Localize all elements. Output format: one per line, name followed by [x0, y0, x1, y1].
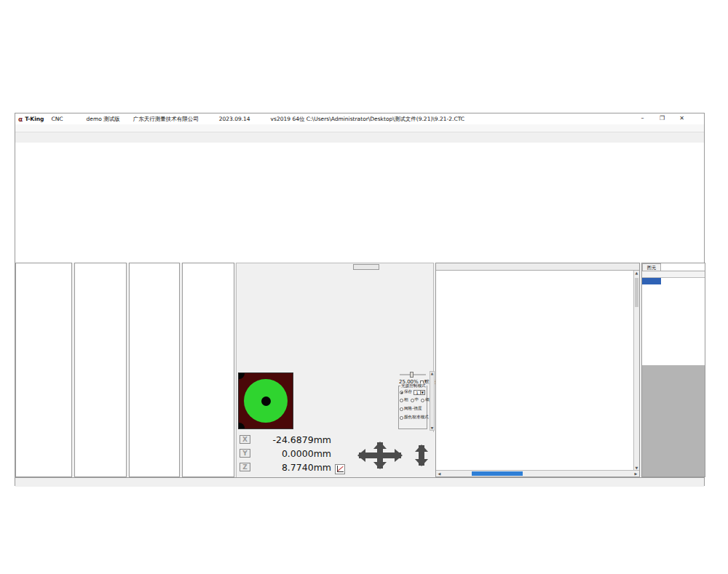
ring-corner-dot — [238, 423, 245, 429]
x-axis-icon: X — [240, 435, 250, 444]
title-bar: α T-King CNC demo 测试版 广东天行测量技术有限公司 2023.… — [15, 113, 704, 124]
x-axis-value: -24.6879mm — [255, 434, 331, 445]
light-control-panel: 25.00% 默认当前模式 光源控制模式 保存 1 ▼ — [237, 371, 435, 431]
save-radio-label: 保存 — [404, 389, 412, 395]
scroll-right-icon[interactable]: ▶ — [633, 471, 639, 476]
mid-label: 中 — [415, 397, 419, 403]
element-list-2[interactable] — [74, 263, 127, 477]
ring-light-control[interactable] — [238, 372, 293, 429]
y-axis-icon: Y — [240, 449, 250, 458]
light-sliders — [308, 372, 397, 429]
table-hscroll-thumb[interactable] — [472, 471, 523, 476]
scroll-up-icon[interactable]: ▲ — [430, 372, 434, 375]
save-slot-combo[interactable]: 1 ▼ — [414, 390, 425, 395]
measurement-table[interactable] — [436, 271, 639, 470]
combo-dropdown-icon[interactable]: ▼ — [420, 391, 424, 394]
light-mode-group-label: 光源控制模式 — [400, 383, 427, 389]
edition-label: demo 测试版 — [87, 116, 120, 123]
chart-button[interactable] — [335, 464, 345, 474]
master-brightness-slider[interactable] — [400, 374, 426, 375]
grid-intensity-label: 网格-强度 — [404, 406, 422, 412]
palette-collapse-button[interactable] — [353, 264, 379, 270]
tool-row-3 — [240, 354, 432, 367]
jog-controls — [352, 438, 432, 473]
status-bar — [15, 477, 704, 487]
detail-panel-empty-area — [642, 365, 705, 477]
tool-row-1 — [240, 282, 432, 295]
jog-xy-vertical-arrows[interactable] — [377, 442, 383, 469]
table-vertical-scrollbar[interactable]: ▲ ▼ — [633, 271, 639, 470]
ring-light-center — [261, 396, 271, 406]
color-cal-label: 颜色校准模式 — [404, 415, 429, 420]
measurement-record-panel: ▲ ▼ ◀ ▶ — [435, 263, 640, 477]
light-mode-group: 光源控制模式 保存 1 ▼ 粗 — [398, 386, 427, 429]
ring-corner-dot — [238, 372, 245, 379]
table-vscroll-thumb[interactable] — [635, 278, 638, 307]
main-toolbar — [15, 132, 704, 143]
color-cal-radio[interactable] — [400, 416, 403, 420]
app-window: α T-King CNC demo 测试版 广东天行测量技术有限公司 2023.… — [15, 113, 705, 486]
element-detail-panel: 图元 — [641, 263, 705, 477]
coarse-label: 粗 — [404, 397, 408, 403]
dro-readout: X -24.6879mm Y 0.0000mm Z 8.7740mm — [237, 432, 435, 477]
save-radio[interactable] — [400, 391, 403, 394]
tool-row-2 — [240, 319, 432, 332]
app-name: T-King — [25, 116, 44, 122]
light-settings-panel: 25.00% 默认当前模式 光源控制模式 保存 1 ▼ — [398, 371, 435, 431]
detail-table-header — [642, 271, 705, 278]
company-label: 广东天行测量技术有限公司 — [133, 116, 199, 123]
fine-label: 细 — [425, 397, 430, 403]
minimize-button[interactable]: – — [636, 113, 649, 123]
scroll-left-icon[interactable]: ◀ — [436, 471, 443, 476]
fine-radio[interactable] — [421, 399, 424, 402]
maximize-button[interactable]: ❐ — [656, 113, 668, 123]
module-name: CNC — [51, 116, 63, 122]
work-area: 25.00% 默认当前模式 光源控制模式 保存 1 ▼ — [15, 263, 704, 477]
scroll-down-icon[interactable]: ▼ — [430, 426, 434, 430]
save-slot-value: 1 — [414, 391, 420, 394]
window-controls: – ❐ ✕ — [636, 113, 695, 123]
light-panel-scrollbar[interactable]: ▲ ▼ — [430, 371, 435, 431]
date-label: 2023.09.14 — [219, 116, 250, 122]
coarse-radio[interactable] — [400, 399, 403, 402]
element-list-1[interactable] — [15, 263, 72, 477]
close-button[interactable]: ✕ — [676, 113, 688, 123]
element-list-3[interactable] — [129, 263, 180, 477]
grid-intensity-radio[interactable] — [400, 407, 403, 411]
jog-z-arrows[interactable] — [419, 442, 424, 469]
z-axis-icon: Z — [240, 463, 250, 471]
table-horizontal-scrollbar[interactable]: ◀ ▶ — [436, 470, 639, 477]
camera-grid — [15, 143, 704, 263]
tool-palette: 25.00% 默认当前模式 光源控制模式 保存 1 ▼ — [236, 263, 434, 477]
app-logo-icon: α — [18, 116, 23, 123]
scroll-up-icon[interactable]: ▲ — [634, 271, 639, 275]
element-list-4[interactable] — [182, 263, 234, 477]
tab-element[interactable]: 图元 — [642, 263, 661, 271]
menu-bar — [15, 124, 704, 132]
build-path-label: vs2019 64位 C:\Users\Administrator\Deskto… — [271, 116, 464, 123]
desktop: α T-King CNC demo 测试版 广东天行测量技术有限公司 2023.… — [0, 0, 728, 574]
z-axis-value: 8.7740mm — [255, 462, 331, 473]
light-mode-strip — [295, 372, 306, 429]
record-tabs — [436, 263, 639, 271]
selected-cell[interactable] — [642, 278, 661, 284]
mid-radio[interactable] — [411, 399, 414, 402]
y-axis-value: 0.0000mm — [255, 448, 331, 459]
